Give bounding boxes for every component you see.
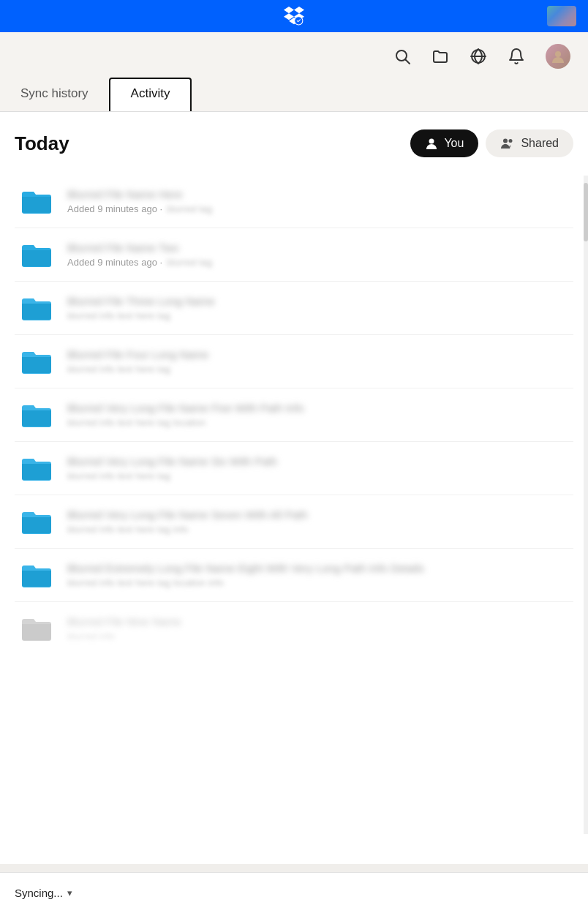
tabs-bar: Sync history Activity (0, 69, 588, 112)
activity-meta-blurred: blurred tag (167, 203, 212, 214)
folder-icon (18, 506, 56, 538)
list-item[interactable]: Blurred File Name Here Added 9 minutes a… (15, 175, 573, 228)
activity-text: Blurred File Name Two Added 9 minutes ag… (67, 241, 570, 268)
scrollbar-track[interactable] (584, 176, 588, 834)
list-item[interactable]: Blurred File Name Two Added 9 minutes ag… (15, 228, 573, 282)
svg-point-5 (429, 139, 434, 144)
folder-icon (18, 559, 56, 591)
folder-icon (18, 399, 56, 431)
activity-text: Blurred File Four Long Name blurred info… (67, 348, 570, 375)
activity-meta-blurred: blurred info text here tag info (67, 524, 570, 535)
people-icon (500, 137, 515, 150)
activity-name: Blurred Very Long File Name Five With Pa… (67, 402, 570, 414)
filter-you-button[interactable]: You (410, 129, 478, 157)
folder-icon (18, 612, 56, 645)
activity-text: Blurred File Three Long Name blurred inf… (67, 295, 570, 321)
svg-point-7 (509, 139, 513, 143)
activity-meta-visible: Added 9 minutes ago · (67, 203, 162, 214)
filter-shared-button[interactable]: Shared (486, 129, 573, 157)
bell-icon[interactable] (508, 48, 525, 65)
list-item[interactable]: Blurred File Three Long Name blurred inf… (15, 282, 573, 335)
list-item[interactable]: Blurred File Four Long Name blurred info… (15, 335, 573, 388)
section-title: Today (15, 132, 69, 155)
globe-icon[interactable] (470, 48, 487, 65)
chevron-down-icon: ▾ (67, 887, 72, 898)
top-bar-right (547, 0, 576, 32)
activity-text: Blurred Very Long File Name Five With Pa… (67, 402, 570, 428)
activity-meta-visible: Added 9 minutes ago · (67, 257, 162, 268)
folder-icon (18, 238, 56, 271)
activity-name: Blurred File Nine Name (67, 615, 570, 628)
activity-name: Blurred Very Long File Name Seven With A… (67, 508, 570, 521)
activity-text: Blurred Very Long File Name Six With Pat… (67, 455, 570, 481)
list-item[interactable]: Blurred Very Long File Name Seven With A… (15, 495, 573, 549)
activity-meta-blurred: blurred info text here tag (67, 310, 570, 321)
activity-name: Blurred Extremely Long File Name Eight W… (67, 562, 570, 574)
folder-icon[interactable] (431, 48, 449, 65)
tab-sync-history[interactable]: Sync history (0, 79, 109, 111)
activity-meta-blurred: blurred info text here tag (67, 470, 570, 481)
header-icons-row (0, 32, 588, 69)
list-item[interactable]: Blurred Very Long File Name Six With Pat… (15, 442, 573, 495)
person-icon (425, 137, 438, 150)
scrollbar-thumb[interactable] (584, 183, 588, 241)
top-bar-avatar-blurred (547, 6, 576, 26)
activity-meta-blurred: blurred tag (167, 257, 212, 268)
activity-meta-blurred: blurred info text here tag (67, 364, 570, 375)
activity-name: Blurred File Name Two (67, 241, 570, 254)
user-avatar[interactable] (546, 44, 570, 69)
activity-list: Blurred File Name Here Added 9 minutes a… (15, 175, 573, 655)
dropbox-logo (281, 3, 307, 29)
svg-line-2 (406, 60, 410, 64)
activity-meta-blurred: blurred info text here tag location (67, 417, 570, 428)
svg-point-6 (503, 139, 508, 143)
activity-name: Blurred File Name Here (67, 188, 570, 200)
folder-icon (18, 345, 56, 377)
syncing-status[interactable]: Syncing... ▾ (15, 887, 72, 899)
main-content: Today You Shared (0, 112, 588, 864)
folder-icon (18, 185, 56, 217)
activity-text: Blurred Very Long File Name Seven With A… (67, 508, 570, 535)
folder-icon (18, 452, 56, 484)
top-bar (0, 0, 588, 32)
activity-name: Blurred File Three Long Name (67, 295, 570, 307)
activity-meta-blurred: blurred info (67, 631, 570, 642)
activity-text: Blurred File Name Here Added 9 minutes a… (67, 188, 570, 214)
activity-text: Blurred File Nine Name blurred info (67, 615, 570, 642)
search-icon[interactable] (393, 48, 411, 65)
syncing-label: Syncing... (15, 887, 63, 899)
shared-label: Shared (521, 137, 559, 150)
folder-icon (18, 292, 56, 324)
list-item[interactable]: Blurred Extremely Long File Name Eight W… (15, 549, 573, 602)
tab-activity[interactable]: Activity (109, 78, 192, 111)
list-item[interactable]: Blurred File Nine Name blurred info (15, 602, 573, 655)
activity-text: Blurred Extremely Long File Name Eight W… (67, 562, 570, 588)
activity-meta-blurred: blurred info text here tag location info (67, 577, 570, 588)
activity-name: Blurred File Four Long Name (67, 348, 570, 361)
bottom-bar: Syncing... ▾ (0, 872, 588, 913)
filter-buttons: You Shared (410, 129, 573, 157)
today-header: Today You Shared (15, 129, 573, 157)
activity-name: Blurred Very Long File Name Six With Pat… (67, 455, 570, 467)
svg-point-4 (555, 51, 561, 57)
you-label: You (444, 137, 464, 150)
list-item[interactable]: Blurred Very Long File Name Five With Pa… (15, 388, 573, 442)
